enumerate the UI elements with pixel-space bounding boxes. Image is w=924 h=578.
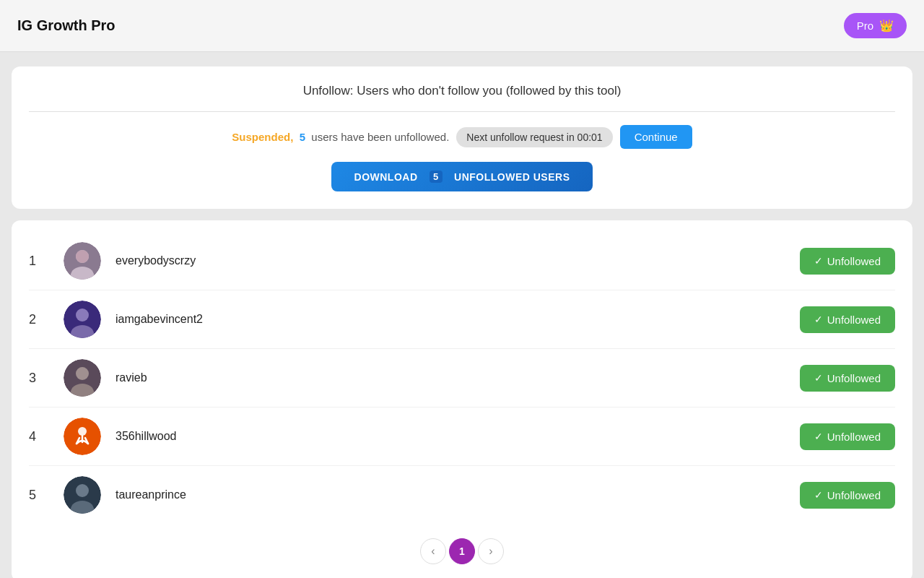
prev-page-button[interactable]: ‹ — [420, 538, 446, 564]
download-button[interactable]: DOWNLOAD 5 UNFOLLOWED USERS — [331, 162, 593, 191]
pagination: ‹ 1 › — [29, 524, 895, 570]
unfollowed-button[interactable]: ✓ Unfollowed — [800, 423, 895, 450]
user-row: 4 356hillwood ✓ Unfollowed — [29, 407, 895, 466]
user-row: 5 taureanprince ✓ Unfollowed — [29, 466, 895, 524]
row-number: 1 — [29, 254, 49, 269]
avatar — [64, 301, 101, 338]
svg-point-5 — [76, 309, 89, 322]
unfollowed-label: Unfollowed — [827, 255, 881, 267]
status-message: users have been unfollowed. — [311, 131, 449, 143]
crown-icon: 👑 — [879, 19, 894, 33]
unfollow-count: 5 — [300, 131, 305, 143]
username: ravieb — [116, 371, 785, 384]
check-icon: ✓ — [814, 372, 823, 384]
download-label: DOWNLOAD — [354, 171, 418, 183]
download-suffix: UNFOLLOWED USERS — [454, 171, 570, 183]
unfollowed-button[interactable]: ✓ Unfollowed — [800, 482, 895, 509]
status-card: Unfollow: Users who don't follow you (fo… — [12, 66, 912, 209]
app-title: IG Growth Pro — [17, 17, 116, 34]
user-list-card: 1 everybodyscrzy ✓ Unfollowed 2 iamgabev… — [12, 220, 912, 578]
app-header: IG Growth Pro Pro 👑 — [0, 0, 924, 52]
timer-badge: Next unfollow request in 00:01 — [456, 127, 612, 147]
row-number: 4 — [29, 429, 49, 444]
row-number: 2 — [29, 312, 49, 327]
suspended-label: Suspended, — [232, 131, 293, 143]
divider — [29, 111, 895, 112]
unfollowed-label: Unfollowed — [827, 431, 881, 443]
username: taureanprince — [116, 488, 785, 501]
unfollowed-button[interactable]: ✓ Unfollowed — [800, 365, 895, 392]
check-icon: ✓ — [814, 431, 823, 442]
row-number: 3 — [29, 371, 49, 386]
avatar — [64, 418, 101, 455]
unfollowed-label: Unfollowed — [827, 372, 881, 384]
avatar — [64, 242, 101, 280]
unfollowed-label: Unfollowed — [827, 489, 881, 501]
user-row: 3 ravieb ✓ Unfollowed — [29, 349, 895, 407]
section-title: Unfollow: Users who don't follow you (fo… — [29, 84, 895, 98]
check-icon: ✓ — [814, 255, 823, 267]
username: everybodyscrzy — [116, 254, 785, 267]
avatar — [64, 476, 101, 514]
continue-button[interactable]: Continue — [620, 125, 692, 149]
download-row: DOWNLOAD 5 UNFOLLOWED USERS — [29, 162, 895, 191]
user-row: 2 iamgabevincent2 ✓ Unfollowed — [29, 290, 895, 349]
unfollowed-button[interactable]: ✓ Unfollowed — [800, 248, 895, 275]
unfollowed-button[interactable]: ✓ Unfollowed — [800, 306, 895, 333]
svg-point-16 — [76, 484, 89, 497]
download-count: 5 — [430, 171, 443, 183]
unfollowed-label: Unfollowed — [827, 314, 881, 326]
row-number: 5 — [29, 488, 49, 503]
check-icon: ✓ — [814, 314, 823, 325]
svg-point-3 — [76, 250, 89, 263]
status-text: Suspended, 5 users have been unfollowed. — [232, 131, 449, 143]
next-page-button[interactable]: › — [478, 538, 504, 564]
pro-label: Pro — [857, 20, 873, 32]
main-content: Unfollow: Users who don't follow you (fo… — [0, 52, 924, 578]
check-icon: ✓ — [814, 489, 823, 501]
user-list: 1 everybodyscrzy ✓ Unfollowed 2 iamgabev… — [29, 232, 895, 524]
status-row: Suspended, 5 users have been unfollowed.… — [29, 125, 895, 149]
pro-badge-button[interactable]: Pro 👑 — [844, 13, 907, 38]
svg-point-11 — [78, 427, 87, 436]
user-row: 1 everybodyscrzy ✓ Unfollowed — [29, 232, 895, 290]
username: iamgabevincent2 — [116, 313, 785, 326]
page-1-button[interactable]: 1 — [449, 538, 475, 564]
svg-point-8 — [76, 367, 89, 380]
avatar — [64, 359, 101, 397]
username: 356hillwood — [116, 430, 785, 443]
